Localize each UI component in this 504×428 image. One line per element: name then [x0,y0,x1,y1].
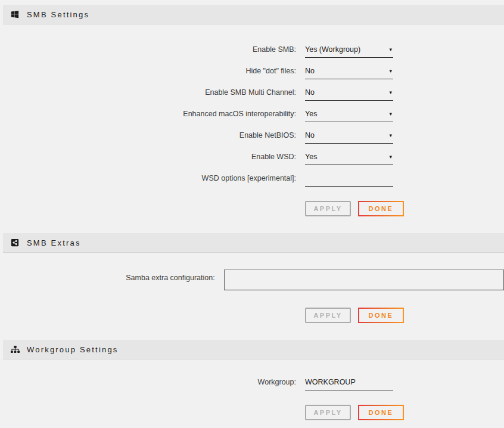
button-row: APPLY DONE [305,201,504,216]
section-smb-settings: SMB Settings Enable SMB: Yes (Workgroup)… [0,5,504,233]
apply-button[interactable]: APPLY [305,201,351,216]
field-label: Samba extra configuration: [0,269,215,283]
section-title: SMB Extras [27,238,81,247]
chevron-down-icon: ▾ [389,152,392,162]
form-row: Enable NetBIOS: No ▾ [0,131,504,144]
hide-dot-files-select[interactable]: No ▾ [305,66,393,79]
form-row: Samba extra configuration: [0,269,504,290]
enable-netbios-select[interactable]: No ▾ [305,131,393,144]
select-value: Yes [305,109,317,119]
form-row: Enhanced macOS interoperability: Yes ▾ [0,109,504,122]
form-row: Workgroup: [0,377,504,390]
done-button[interactable]: DONE [358,308,404,323]
section-smb-extras: SMB Extras Samba extra configuration: AP… [0,233,504,340]
section-title: Workgroup Settings [27,345,119,354]
section-workgroup-settings: Workgroup Settings Workgroup: APPLY DONE [0,340,504,428]
select-value: No [305,131,315,141]
chevron-down-icon: ▾ [389,66,392,76]
select-value: No [305,88,315,98]
form-row: Enable SMB Multi Channel: No ▾ [0,88,504,101]
field-label: Enable SMB: [0,45,296,55]
form-row: Hide "dot" files: No ▾ [0,66,504,79]
field-label: WSD options [experimental]: [0,173,296,184]
windows-icon [10,10,20,18]
done-button[interactable]: DONE [358,405,404,420]
smb-settings-page: SMB Settings Enable SMB: Yes (Workgroup)… [0,0,504,428]
select-value: Yes [305,152,317,162]
button-row: APPLY DONE [305,308,504,323]
field-label: Enable SMB Multi Channel: [0,88,296,98]
section-title: SMB Settings [27,10,89,19]
smb-settings-header: SMB Settings [3,5,504,24]
smb-extras-header: SMB Extras [3,233,504,253]
button-row: APPLY DONE [305,405,504,420]
field-label: Enable WSD: [0,152,296,162]
apply-button[interactable]: APPLY [305,405,351,420]
form-row: WSD options [experimental]: [0,173,504,187]
field-label: Enhanced macOS interoperability: [0,109,296,119]
done-button[interactable]: DONE [358,201,404,216]
field-label: Enable NetBIOS: [0,131,296,141]
samba-extra-config-textarea[interactable] [224,269,504,290]
share-square-icon [10,238,20,247]
wsd-options-input[interactable] [305,173,393,187]
workgroup-settings-header: Workgroup Settings [3,340,504,359]
form-row: Enable SMB: Yes (Workgroup) ▾ [0,45,504,58]
sitemap-icon [10,346,20,353]
field-label: Workgroup: [0,377,296,387]
chevron-down-icon: ▾ [389,45,392,55]
select-value: Yes (Workgroup) [305,45,360,55]
enable-smb-select[interactable]: Yes (Workgroup) ▾ [305,45,393,58]
chevron-down-icon: ▾ [389,131,392,141]
apply-button[interactable]: APPLY [305,308,351,323]
smb-multi-channel-select[interactable]: No ▾ [305,88,393,101]
enable-wsd-select[interactable]: Yes ▾ [305,152,393,165]
macos-interoperability-select[interactable]: Yes ▾ [305,109,393,122]
form-row: Enable WSD: Yes ▾ [0,152,504,165]
field-label: Hide "dot" files: [0,66,296,76]
select-value: No [305,66,315,76]
chevron-down-icon: ▾ [389,109,392,119]
workgroup-input[interactable] [305,377,393,390]
chevron-down-icon: ▾ [389,88,392,98]
